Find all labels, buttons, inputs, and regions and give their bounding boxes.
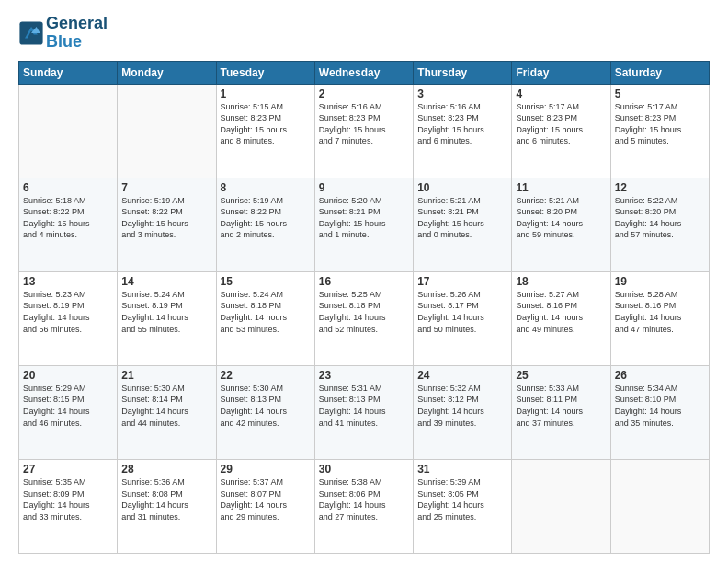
calendar-cell [19,84,118,178]
calendar-cell: 7Sunrise: 5:19 AM Sunset: 8:22 PM Daylig… [118,178,216,271]
day-info: Sunrise: 5:18 AM Sunset: 8:22 PM Dayligh… [23,195,113,241]
day-number: 13 [23,275,113,288]
day-info: Sunrise: 5:15 AM Sunset: 8:23 PM Dayligh… [221,101,311,147]
day-number: 26 [615,369,705,382]
day-number: 9 [319,181,409,194]
day-info: Sunrise: 5:36 AM Sunset: 8:08 PM Dayligh… [121,477,211,523]
calendar-cell: 23Sunrise: 5:31 AM Sunset: 8:13 PM Dayli… [314,365,413,459]
calendar-cell: 2Sunrise: 5:16 AM Sunset: 8:23 PM Daylig… [314,84,413,178]
day-number: 30 [319,463,409,476]
calendar-week-row: 20Sunrise: 5:29 AM Sunset: 8:15 PM Dayli… [19,365,710,459]
calendar-week-row: 13Sunrise: 5:23 AM Sunset: 8:19 PM Dayli… [19,271,710,365]
day-number: 20 [23,369,113,382]
day-info: Sunrise: 5:16 AM Sunset: 8:23 PM Dayligh… [417,101,507,147]
calendar-cell: 11Sunrise: 5:21 AM Sunset: 8:20 PM Dayli… [512,178,610,271]
day-info: Sunrise: 5:23 AM Sunset: 8:19 PM Dayligh… [23,289,113,335]
calendar-cell: 25Sunrise: 5:33 AM Sunset: 8:11 PM Dayli… [512,365,610,459]
calendar-day-header: Saturday [610,61,709,84]
header: General Blue [18,15,710,52]
calendar-day-header: Monday [118,61,216,84]
day-number: 29 [221,463,311,476]
calendar-day-header: Tuesday [216,61,314,84]
calendar-cell: 12Sunrise: 5:22 AM Sunset: 8:20 PM Dayli… [610,178,709,271]
day-number: 14 [121,275,211,288]
day-number: 24 [417,369,507,382]
day-number: 8 [221,181,311,194]
day-number: 11 [516,181,606,194]
day-number: 7 [121,181,211,194]
calendar-day-header: Thursday [414,61,512,84]
day-info: Sunrise: 5:38 AM Sunset: 8:06 PM Dayligh… [319,477,409,523]
day-number: 15 [221,275,311,288]
calendar-cell: 20Sunrise: 5:29 AM Sunset: 8:15 PM Dayli… [19,365,118,459]
day-number: 17 [417,275,507,288]
day-info: Sunrise: 5:31 AM Sunset: 8:13 PM Dayligh… [319,383,409,429]
day-info: Sunrise: 5:30 AM Sunset: 8:14 PM Dayligh… [121,383,211,429]
day-number: 28 [121,463,211,476]
calendar-cell: 30Sunrise: 5:38 AM Sunset: 8:06 PM Dayli… [314,459,413,553]
calendar-cell: 21Sunrise: 5:30 AM Sunset: 8:14 PM Dayli… [118,365,216,459]
logo-text: General Blue [46,15,108,52]
day-info: Sunrise: 5:34 AM Sunset: 8:10 PM Dayligh… [615,383,705,429]
calendar-day-header: Wednesday [314,61,413,84]
calendar-cell: 1Sunrise: 5:15 AM Sunset: 8:23 PM Daylig… [216,84,314,178]
day-number: 12 [615,181,705,194]
calendar-header-row: SundayMondayTuesdayWednesdayThursdayFrid… [19,61,710,84]
day-info: Sunrise: 5:27 AM Sunset: 8:16 PM Dayligh… [516,289,606,335]
calendar-cell: 31Sunrise: 5:39 AM Sunset: 8:05 PM Dayli… [414,459,512,553]
calendar-cell: 6Sunrise: 5:18 AM Sunset: 8:22 PM Daylig… [19,178,118,271]
page: General Blue SundayMondayTuesdayWednesda… [0,0,728,563]
day-info: Sunrise: 5:24 AM Sunset: 8:19 PM Dayligh… [121,289,211,335]
day-info: Sunrise: 5:21 AM Sunset: 8:20 PM Dayligh… [516,195,606,241]
day-info: Sunrise: 5:29 AM Sunset: 8:15 PM Dayligh… [23,383,113,429]
day-number: 23 [319,369,409,382]
day-number: 4 [516,87,606,100]
day-info: Sunrise: 5:32 AM Sunset: 8:12 PM Dayligh… [417,383,507,429]
calendar-cell: 3Sunrise: 5:16 AM Sunset: 8:23 PM Daylig… [414,84,512,178]
day-info: Sunrise: 5:16 AM Sunset: 8:23 PM Dayligh… [319,101,409,147]
day-info: Sunrise: 5:24 AM Sunset: 8:18 PM Dayligh… [221,289,311,335]
calendar-cell: 27Sunrise: 5:35 AM Sunset: 8:09 PM Dayli… [19,459,118,553]
calendar-cell: 17Sunrise: 5:26 AM Sunset: 8:17 PM Dayli… [414,271,512,365]
logo: General Blue [18,15,108,52]
calendar-table: SundayMondayTuesdayWednesdayThursdayFrid… [18,61,710,554]
calendar-cell: 16Sunrise: 5:25 AM Sunset: 8:18 PM Dayli… [314,271,413,365]
day-number: 22 [221,369,311,382]
day-info: Sunrise: 5:22 AM Sunset: 8:20 PM Dayligh… [615,195,705,241]
day-number: 16 [319,275,409,288]
day-info: Sunrise: 5:17 AM Sunset: 8:23 PM Dayligh… [615,101,705,147]
day-number: 18 [516,275,606,288]
day-info: Sunrise: 5:28 AM Sunset: 8:16 PM Dayligh… [615,289,705,335]
calendar-cell: 18Sunrise: 5:27 AM Sunset: 8:16 PM Dayli… [512,271,610,365]
day-info: Sunrise: 5:20 AM Sunset: 8:21 PM Dayligh… [319,195,409,241]
calendar-week-row: 6Sunrise: 5:18 AM Sunset: 8:22 PM Daylig… [19,178,710,271]
calendar-cell [610,459,709,553]
day-number: 10 [417,181,507,194]
day-number: 3 [417,87,507,100]
day-info: Sunrise: 5:21 AM Sunset: 8:21 PM Dayligh… [417,195,507,241]
day-number: 21 [121,369,211,382]
logo-icon [18,20,44,46]
calendar-day-header: Sunday [19,61,118,84]
day-number: 5 [615,87,705,100]
logo-line1: General [46,15,108,33]
calendar-cell: 29Sunrise: 5:37 AM Sunset: 8:07 PM Dayli… [216,459,314,553]
day-info: Sunrise: 5:39 AM Sunset: 8:05 PM Dayligh… [417,477,507,523]
day-number: 1 [221,87,311,100]
day-info: Sunrise: 5:25 AM Sunset: 8:18 PM Dayligh… [319,289,409,335]
calendar-cell [512,459,610,553]
day-info: Sunrise: 5:19 AM Sunset: 8:22 PM Dayligh… [221,195,311,241]
day-number: 25 [516,369,606,382]
calendar-cell [118,84,216,178]
day-number: 2 [319,87,409,100]
calendar-cell: 26Sunrise: 5:34 AM Sunset: 8:10 PM Dayli… [610,365,709,459]
logo-line2: Blue [46,33,108,52]
calendar-cell: 24Sunrise: 5:32 AM Sunset: 8:12 PM Dayli… [414,365,512,459]
day-info: Sunrise: 5:30 AM Sunset: 8:13 PM Dayligh… [221,383,311,429]
calendar-cell: 8Sunrise: 5:19 AM Sunset: 8:22 PM Daylig… [216,178,314,271]
calendar-day-header: Friday [512,61,610,84]
calendar-week-row: 27Sunrise: 5:35 AM Sunset: 8:09 PM Dayli… [19,459,710,553]
calendar-cell: 10Sunrise: 5:21 AM Sunset: 8:21 PM Dayli… [414,178,512,271]
day-number: 6 [23,181,113,194]
calendar-cell: 15Sunrise: 5:24 AM Sunset: 8:18 PM Dayli… [216,271,314,365]
